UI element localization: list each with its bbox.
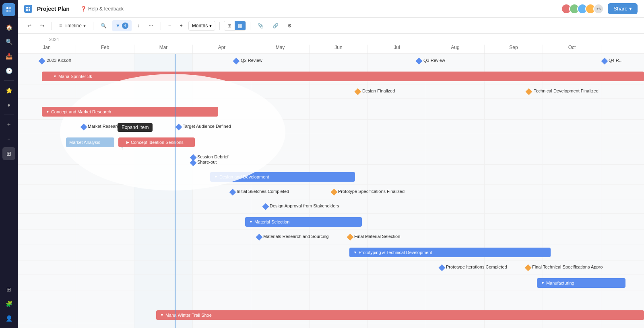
month-apr: Apr: [193, 45, 251, 53]
toolbar: ↩ ↪ ≡ Timeline ▾ 🔍 ▼ 4 ↕ ⋯ − + Months ▾ …: [18, 18, 644, 34]
final-material-label: Final Material Selection: [354, 234, 400, 239]
timeline-icon: ≡: [59, 23, 62, 29]
filter-button[interactable]: ▼ 4: [112, 20, 132, 31]
milestone-q3: [416, 58, 423, 65]
bar-design-dev[interactable]: ▼ Design and Development: [210, 172, 355, 182]
row-concept-market: ▼ Concept and Market Research: [18, 104, 644, 120]
sidebar-icon-grid[interactable]: ⊞: [2, 147, 15, 160]
sidebar-icon-search[interactable]: 🔍: [2, 35, 15, 48]
bar-mana-winter[interactable]: ▼ Mana Winter Trail Shoe: [156, 310, 644, 320]
row-design-dev: ▼ Design and Development: [18, 169, 644, 185]
q3-review-label: Q3 Review: [423, 58, 445, 63]
gantt-container: 2024 Jan Feb Mar Apr May Jun Jul Aug Sep…: [18, 34, 644, 328]
final-tech-specs-label: Final Technical Specifications Appro: [532, 264, 603, 269]
row-prototyping: ▼ Prototyping & Technical Development: [18, 244, 644, 260]
mana-sprinter-label: ▼ Mana Sprinter 3k: [53, 74, 92, 79]
svg-rect-1: [9, 7, 11, 9]
milestone-kickoff: [39, 58, 45, 65]
sidebar-icon-star[interactable]: ⭐: [2, 84, 15, 97]
row-manufacturing: ▼ Manufacturing: [18, 275, 644, 291]
row-market-research: Market Research Completed Target Audienc…: [18, 120, 644, 134]
milestone-q2: [233, 58, 240, 65]
row-mana-winter: ▼ Mana Winter Trail Shoe: [18, 307, 644, 323]
filter-badge: 4: [122, 23, 128, 29]
sidebar-icon-inbox[interactable]: 📥: [2, 50, 15, 63]
design-dev-label: ▼ Design and Development: [214, 174, 269, 179]
initial-sketches-label: Initial Sketches Completed: [237, 189, 289, 194]
sidebar: 🏠 🔍 📥 🕐 ⭐ ♦ ＋ － ⊞ ⊞ 🧩 👤: [0, 0, 18, 328]
zoom-in-button[interactable]: +: [177, 20, 186, 31]
bar-market-analysis[interactable]: Market Analysis: [66, 137, 114, 147]
zoom-out-button[interactable]: −: [165, 20, 174, 31]
search-button[interactable]: 🔍: [97, 20, 110, 31]
prototyping-label: ▼ Prototyping & Technical Development: [353, 250, 432, 255]
gantt-rows: 2023 Kickoff Q2 Review Q3 Review Q4 R...…: [18, 54, 644, 328]
bar-prototyping[interactable]: ▼ Prototyping & Technical Development: [349, 248, 551, 257]
sidebar-icon-grid-bottom[interactable]: ⊞: [2, 283, 15, 296]
milestone-prototype-specs: [331, 189, 338, 196]
bar-manufacturing[interactable]: ▼ Manufacturing: [537, 278, 625, 288]
question-icon: ❓: [80, 6, 87, 12]
bar-mana-sprinter[interactable]: ▼ Mana Sprinter 3k: [42, 72, 644, 81]
sidebar-icon-minus[interactable]: －: [2, 133, 15, 146]
sidebar-icon-user[interactable]: 👤: [2, 312, 15, 325]
milestone-design-approval: [262, 203, 269, 210]
design-finalized-label: Design Finalized: [362, 88, 395, 93]
help-feedback-btn[interactable]: ❓ Help & feedback: [80, 6, 124, 12]
sidebar-divider-2: [4, 115, 14, 115]
milestone-final-material: [347, 234, 354, 241]
tooltip-expand: Expand Item: [118, 123, 153, 132]
sort-button[interactable]: ↕: [134, 20, 143, 31]
months-button[interactable]: Months ▾: [188, 21, 215, 31]
main-content: Project Plan | ❓ Help & feedback +6 Shar…: [18, 0, 644, 328]
view-list-button[interactable]: ⊞: [224, 21, 235, 30]
design-approval-label: Design Approval from Stakeholders: [270, 203, 339, 208]
row-design-approval: Design Approval from Stakeholders: [18, 199, 644, 214]
bar-material-selection[interactable]: ▼ Material Selection: [245, 217, 362, 227]
sidebar-divider-1: [4, 80, 14, 81]
row-kickoff: 2023 Kickoff Q2 Review Q3 Review Q4 R...: [18, 54, 644, 68]
svg-rect-5: [29, 7, 30, 8]
top-header: Project Plan | ❓ Help & feedback +6 Shar…: [18, 0, 644, 18]
undo-button[interactable]: ↩: [24, 20, 35, 31]
month-mar: Mar: [134, 45, 193, 53]
timeline-button[interactable]: ≡ Timeline ▾: [56, 20, 89, 31]
link-button[interactable]: 🔗: [269, 20, 282, 31]
spacer-2: [18, 165, 644, 169]
settings-button[interactable]: ⚙: [284, 20, 295, 31]
more-button[interactable]: ⋯: [145, 20, 157, 31]
attach-button[interactable]: 📎: [254, 20, 267, 31]
month-oct: Oct: [543, 45, 601, 53]
sidebar-icon-puzzle[interactable]: 🧩: [2, 297, 15, 310]
cursor-indicator: ↑: [121, 146, 123, 151]
month-sep: Sep: [485, 45, 543, 53]
bar-concept-market[interactable]: ▼ Concept and Market Research: [42, 107, 218, 117]
milestone-materials-research: [256, 234, 263, 241]
redo-button[interactable]: ↪: [37, 20, 47, 31]
avatar-count: +6: [593, 4, 604, 14]
svg-rect-7: [29, 9, 30, 11]
share-out-label: Share-out: [197, 160, 217, 164]
spacer-3: [18, 291, 644, 307]
milestone-prototype-iterations: [439, 264, 446, 271]
sidebar-icon-add[interactable]: ＋: [2, 118, 15, 131]
row-materials-research: Materials Research and Sourcing Final Ma…: [18, 230, 644, 244]
chevron-icon: ▾: [83, 23, 86, 29]
month-jul: Jul: [368, 45, 426, 53]
bar-concept-ideation[interactable]: ▶ Concept Ideation Sessions: [118, 137, 195, 147]
milestone-initial-sketches: [229, 189, 236, 196]
concept-market-label: ▼ Concept and Market Research: [46, 109, 111, 114]
q2-review-label: Q2 Review: [241, 58, 262, 63]
milestone-final-tech-specs: [525, 264, 532, 271]
app-logo[interactable]: [2, 3, 15, 16]
sidebar-icon-diamond[interactable]: ♦: [2, 98, 15, 111]
sidebar-icon-home[interactable]: 🏠: [2, 21, 15, 34]
month-aug: Aug: [426, 45, 485, 53]
view-grid-button[interactable]: ▦: [235, 21, 246, 30]
svg-rect-0: [6, 7, 8, 9]
prototype-specs-label: Prototype Specifications Finalized: [338, 189, 405, 194]
row-session-debrief: Session Debrief Share-out: [18, 150, 644, 165]
share-button[interactable]: Share ▾: [608, 3, 638, 14]
row-design-finalized: Design Finalized Technical Development F…: [18, 84, 644, 99]
sidebar-icon-clock[interactable]: 🕐: [2, 64, 15, 77]
